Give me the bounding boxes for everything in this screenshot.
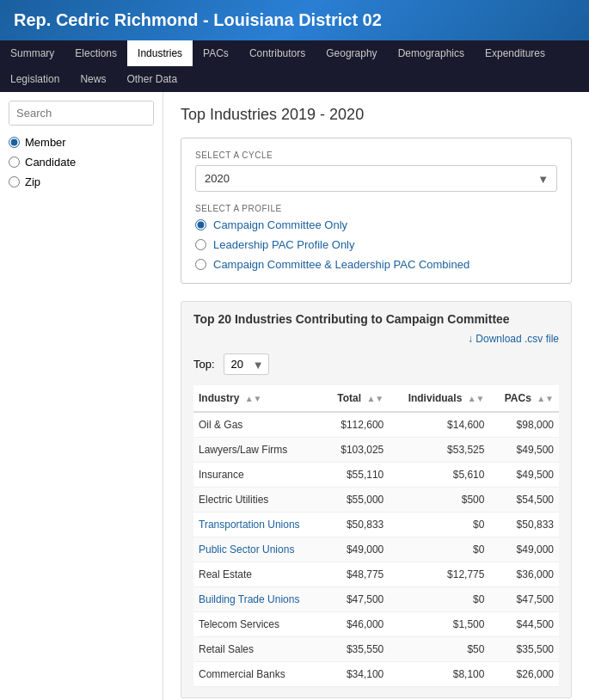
table-row: Electric Utilities$55,000$500$54,500 [193,488,559,513]
main-content: Top Industries 2019 - 2020 SELECT A CYCL… [163,92,589,700]
industry-name: Oil & Gas [193,412,323,438]
industry-individuals: $14,600 [389,412,489,438]
sidebar-radio-zip[interactable]: Zip [9,175,154,188]
profile-leadership-label: Leadership PAC Profile Only [213,238,355,251]
industry-individuals: $0 [389,587,489,612]
nav-industries[interactable]: Industries [127,40,193,66]
industry-name: Real Estate [193,562,323,587]
industry-total: $47,500 [323,587,390,612]
industry-name: Telecom Services [193,612,323,637]
nav-other-data[interactable]: Other Data [116,66,187,92]
industry-individuals: $8,100 [389,662,489,687]
page-title: Rep. Cedric Richmond - Louisiana Distric… [14,10,575,30]
table-row: Real Estate$48,775$12,775$36,000 [193,562,559,587]
col-total: Total ▲▼ [323,385,390,412]
industry-name: Retail Sales [193,637,323,662]
sort-individuals-icon[interactable]: ▲▼ [468,394,485,403]
nav-expenditures[interactable]: Expenditures [475,40,555,66]
table-row: Lawyers/Law Firms$103,025$53,525$49,500 [193,438,559,463]
industry-individuals: $0 [389,537,489,562]
industry-total: $35,550 [323,637,390,662]
nav-demographics[interactable]: Demographics [388,40,475,66]
download-link-wrapper: ↓ Download .csv file [193,333,559,345]
industry-pacs: $36,000 [489,562,559,587]
download-csv-link[interactable]: ↓ Download .csv file [468,333,559,345]
nav-pacs[interactable]: PACs [193,40,239,66]
sidebar-radio-candidate[interactable]: Candidate [9,156,154,169]
sort-total-icon[interactable]: ▲▼ [366,394,383,403]
sidebar-radio-member-label: Member [25,136,66,149]
industry-total: $34,100 [323,662,390,687]
industry-name[interactable]: Public Sector Unions [193,537,323,562]
nav-news[interactable]: News [70,66,116,92]
industry-pacs: $26,000 [489,662,559,687]
industry-total: $103,025 [323,438,390,463]
sort-pacs-icon[interactable]: ▲▼ [537,394,554,403]
top-selector: Top: 20 ▼ [193,353,559,375]
search-input[interactable] [9,101,154,125]
nav-geography[interactable]: Geography [316,40,387,66]
profile-label: SELECT A PROFILE [195,204,557,213]
table-row: Telecom Services$46,000$1,500$44,500 [193,612,559,637]
industry-name[interactable]: Transportation Unions [193,513,323,537]
profile-combined-label: Campaign Committee & Leadership PAC Comb… [213,258,469,271]
table-row: Insurance$55,110$5,610$49,500 [193,463,559,488]
sidebar-radio-group: Member Candidate Zip [9,136,154,188]
profile-option-leadership[interactable]: Leadership PAC Profile Only [195,238,557,251]
table-row: Public Sector Unions$49,000$0$49,000 [193,537,559,562]
industry-total: $55,000 [323,488,390,513]
industry-pacs: $44,500 [489,612,559,637]
industry-name: Insurance [193,463,323,488]
sidebar-radio-member[interactable]: Member [9,136,154,149]
content-layout: 🔍 Member Candidate Zip Top Industries 20… [0,92,589,700]
industry-table: Industry ▲▼ Total ▲▼ Individuals ▲▼ PA [193,385,559,687]
sidebar-radio-candidate-label: Candidate [25,156,76,169]
industry-pacs: $35,500 [489,637,559,662]
industry-individuals: $50 [389,637,489,662]
profile-option-combined[interactable]: Campaign Committee & Leadership PAC Comb… [195,258,557,271]
profile-option-campaign[interactable]: Campaign Committee Only [195,218,557,231]
section-title: Top Industries 2019 - 2020 [181,106,572,124]
cycle-select[interactable]: 2020 [195,165,557,192]
industry-individuals: $53,525 [389,438,489,463]
sidebar: 🔍 Member Candidate Zip [0,92,163,700]
top-select[interactable]: 20 [224,353,269,375]
industry-pacs: $54,500 [489,488,559,513]
industry-total: $48,775 [323,562,390,587]
industry-individuals: $500 [389,488,489,513]
table-row: Commercial Banks$34,100$8,100$26,000 [193,662,559,687]
form-box: SELECT A CYCLE 2020 ▼ SELECT A PROFILE C… [181,138,572,284]
top-select-wrapper: 20 ▼ [224,353,269,375]
industry-individuals: $1,500 [389,612,489,637]
nav-contributors[interactable]: Contributors [239,40,316,66]
table-row: Oil & Gas$112,600$14,600$98,000 [193,412,559,438]
cycle-label: SELECT A CYCLE [195,150,557,160]
industry-individuals: $5,610 [389,463,489,488]
industry-name: Commercial Banks [193,662,323,687]
industry-name[interactable]: Building Trade Unions [193,587,323,612]
top-label: Top: [193,358,215,371]
cycle-select-wrapper: 2020 ▼ [195,165,557,192]
industry-pacs: $98,000 [489,412,559,438]
col-industry: Industry ▲▼ [193,385,323,412]
nav-summary[interactable]: Summary [0,40,64,66]
profile-campaign-label: Campaign Committee Only [213,218,347,231]
sort-industry-icon[interactable]: ▲▼ [245,394,262,403]
sidebar-radio-zip-label: Zip [25,175,40,188]
col-individuals: Individuals ▲▼ [389,385,489,412]
industry-total: $46,000 [323,612,390,637]
table-row: Retail Sales$35,550$50$35,500 [193,637,559,662]
industry-individuals: $0 [389,513,489,537]
profile-options: Campaign Committee Only Leadership PAC P… [195,218,557,271]
industry-pacs: $47,500 [489,587,559,612]
industry-pacs: $49,000 [489,537,559,562]
industry-pacs: $50,833 [489,513,559,537]
main-nav: Summary Elections Industries PACs Contri… [0,40,589,92]
col-pacs: PACs ▲▼ [489,385,559,412]
industry-total: $55,110 [323,463,390,488]
industry-total: $112,600 [323,412,390,438]
nav-legislation[interactable]: Legislation [0,66,70,92]
industry-pacs: $49,500 [489,463,559,488]
industry-name: Lawyers/Law Firms [193,438,323,463]
nav-elections[interactable]: Elections [64,40,127,66]
